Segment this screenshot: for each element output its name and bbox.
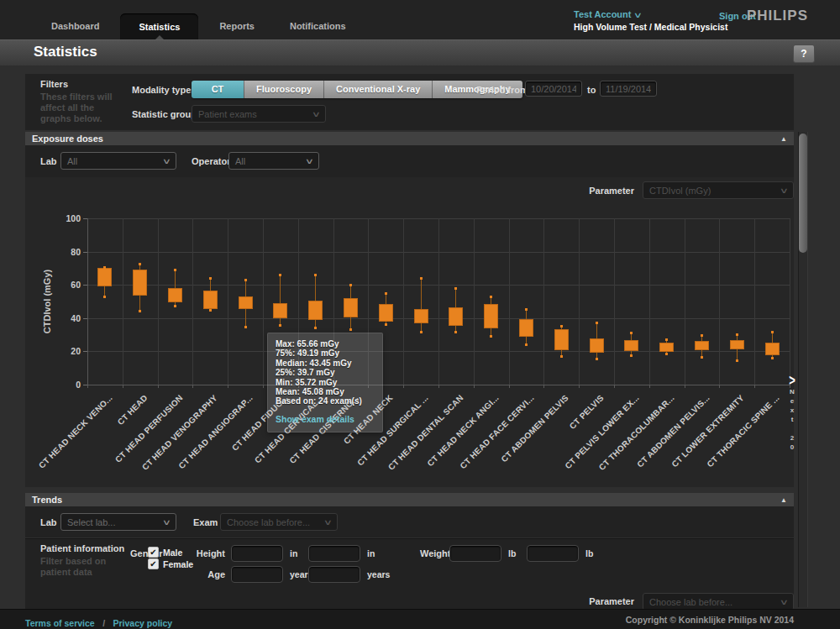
tooltip-stat-line: Median: 43.45 mGy	[276, 359, 375, 368]
boxplot-whisker-dot	[736, 359, 738, 362]
account-name[interactable]: Test Account	[574, 9, 631, 19]
x-tick-mark	[614, 385, 615, 388]
age-min-input[interactable]	[231, 566, 283, 583]
boxplot-box-ct-thoracolumbar[interactable]	[659, 343, 674, 353]
boxplot-box-ct-head-perfusion[interactable]	[168, 288, 182, 302]
collapse-arrow-icon[interactable]: ▲	[780, 135, 787, 143]
boxplot-box-ct-head-surgical[interactable]	[414, 309, 428, 323]
tooltip-stat-line: Mean: 45.08 mGy	[276, 387, 375, 396]
boxplot-box-ct-head-fiduc[interactable]	[273, 303, 287, 319]
age-max-unit: years	[367, 569, 390, 579]
nav-tab-statistics[interactable]: Statistics	[120, 13, 198, 39]
boxplot-whisker-dot	[139, 310, 141, 312]
modality-button-fluoroscopy[interactable]: Fluoroscopy	[244, 81, 323, 98]
gridline-v	[509, 218, 510, 385]
boxplot-whisker-dot	[490, 296, 492, 298]
parameter-dropdown[interactable]: CTDIvol (mGy) ∨	[643, 181, 794, 199]
patient-information-panel: Patient information Filter based on pati…	[25, 538, 794, 590]
gridline-v	[649, 218, 650, 385]
statistic-group-dropdown[interactable]: Patient exams ∨	[192, 105, 326, 123]
boxplot-box-ct-lower-extremity[interactable]	[730, 340, 744, 350]
tooltip-stat-line: Max: 65.66 mGy	[276, 339, 375, 349]
vertical-scrollbar-thumb[interactable]	[799, 134, 807, 253]
period-from-label: Period from	[476, 85, 528, 95]
boxplot-box-ct-pelvis-lower-ex[interactable]	[624, 340, 638, 352]
y-axis-title: CTDIvol (mGy)	[42, 218, 54, 385]
height-max-input[interactable]	[308, 545, 360, 562]
boxplot-box-ct-head-cisterno[interactable]	[344, 298, 358, 317]
boxplot-whisker-dot	[771, 331, 774, 333]
y-tick-label: 60	[47, 280, 81, 290]
boxplot-whisker-dot	[420, 277, 423, 280]
exam-label: Exam	[193, 517, 218, 527]
help-button[interactable]: ?	[793, 45, 815, 63]
height-label: Height	[185, 548, 225, 558]
boxplot-whisker-dot	[103, 266, 106, 269]
boxplot-box-ct-thoracic-spine[interactable]	[765, 343, 780, 356]
y-tick-label: 40	[47, 313, 81, 323]
x-tick-mark	[754, 385, 755, 388]
gender-checkbox-male[interactable]: ✔Male	[148, 547, 182, 558]
age-max-input[interactable]	[308, 566, 360, 583]
nav-tab-label: Statistics	[139, 22, 180, 32]
boxplot-box-ct-head-neck-veno[interactable]	[97, 268, 112, 286]
x-tick-mark	[685, 385, 685, 388]
chevron-down-icon: ∨	[323, 518, 333, 527]
height-max-unit: in	[367, 548, 375, 558]
boxplot-box-ct-abdomen-pelvis[interactable]	[695, 341, 709, 351]
boxplot-box-ct-head-venography[interactable]	[203, 291, 218, 309]
account-menu[interactable]: Test Account∨ High Volume Test / Medical…	[574, 8, 727, 33]
gridline-v	[790, 218, 790, 385]
nav-tab-dashboard[interactable]: Dashboard	[34, 0, 117, 39]
filters-heading: Filters	[40, 79, 68, 89]
checkbox-checked-icon[interactable]: ✔	[148, 547, 159, 558]
nav-tab-reports[interactable]: Reports	[202, 0, 272, 39]
app-root: DashboardStatisticsReportsNotifications …	[0, 0, 840, 629]
boxplot-box-ct-head-neck-angi[interactable]	[484, 304, 498, 328]
boxplot-box-ct-head-dental-scan[interactable]	[449, 307, 463, 326]
boxplot-whisker-dot	[771, 357, 774, 359]
boxplot-box-ct-head-neck[interactable]	[379, 304, 393, 322]
next-20-button[interactable]: > Next 20	[785, 375, 800, 453]
nav-tab-notifications[interactable]: Notifications	[272, 0, 364, 39]
exam-dropdown[interactable]: Choose lab before... ∨	[220, 513, 338, 531]
operator-dropdown[interactable]: All ∨	[228, 152, 319, 170]
gender-option-label: Male	[163, 548, 182, 558]
boxplot-whisker-dot	[630, 332, 633, 334]
weight-max-input[interactable]	[527, 545, 579, 562]
boxplot-box-ct-head-cervical[interactable]	[308, 301, 323, 320]
x-tick-mark	[228, 385, 228, 388]
boxplot-box-ct-head-angiograp[interactable]	[239, 296, 253, 309]
trends-lab-dropdown[interactable]: Select lab... ∨	[60, 513, 176, 531]
boxplot-box-ct-head[interactable]	[133, 270, 147, 296]
privacy-policy-link[interactable]: Privacy policy	[113, 618, 173, 628]
collapse-arrow-icon[interactable]: ▲	[780, 496, 787, 504]
page-title: Statistics	[34, 44, 97, 60]
boxplot-whisker	[421, 278, 422, 332]
x-tick-mark	[123, 385, 123, 388]
gender-checkbox-female[interactable]: ✔Female	[148, 558, 193, 569]
boxplot-box-ct-pelvis[interactable]	[590, 338, 604, 354]
show-exam-details-link[interactable]: Show exam details	[276, 414, 375, 424]
period-from-input[interactable]	[525, 81, 582, 97]
x-tick-mark	[649, 385, 650, 388]
x-tick-mark	[438, 385, 439, 388]
lab-dropdown[interactable]: All ∨	[60, 152, 176, 170]
modality-button-conventional-x-ray[interactable]: Conventional X-ray	[323, 81, 432, 98]
trends-header[interactable]: Trends ▲	[25, 493, 794, 506]
trends-parameter-label: Parameter	[589, 596, 634, 606]
trends-parameter-dropdown[interactable]: Choose lab before... ∨	[643, 593, 794, 611]
y-tick-label: 80	[47, 247, 81, 257]
boxplot-whisker-dot	[385, 323, 387, 326]
height-min-input[interactable]	[231, 545, 283, 562]
weight-min-input[interactable]	[449, 545, 501, 562]
modality-button-ct[interactable]: CT	[192, 81, 244, 98]
period-to-input[interactable]	[600, 81, 657, 97]
checkbox-checked-icon[interactable]: ✔	[148, 558, 159, 569]
boxplot-box-ct-head-face-cervi[interactable]	[519, 319, 533, 337]
weight-max-unit: lb	[585, 548, 593, 558]
terms-of-service-link[interactable]: Terms of service	[25, 618, 95, 628]
boxplot-box-ct-abdomen-pelvis[interactable]	[554, 329, 569, 351]
gridline-v	[543, 218, 544, 385]
exposure-doses-header[interactable]: Exposure doses ▲	[25, 132, 794, 145]
